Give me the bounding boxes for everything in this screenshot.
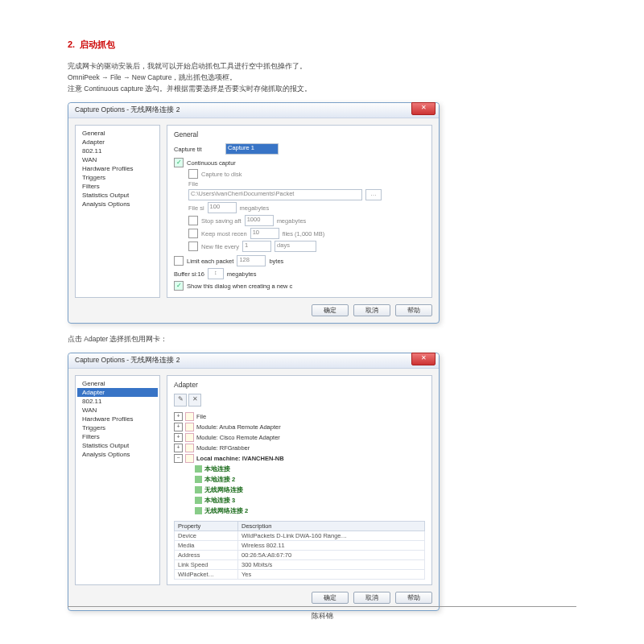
sidebar-item-general[interactable]: General [77,379,158,388]
tree-adapter-3[interactable]: 无线网络连接 [204,485,243,495]
tree-module-cisco[interactable]: Module: Cisco Remote Adapter [196,432,280,443]
sidebar-item-triggers[interactable]: Triggers [77,173,158,182]
sidebar-item-filters[interactable]: Filters [77,432,158,441]
limit-label: Limit each packet [187,258,233,265]
sidebar-item-hw-profiles[interactable]: Hardware Profiles [77,415,158,423]
tree-adapter-5[interactable]: 无线网络连接 2 [204,506,248,516]
sidebar-item-general[interactable]: General [77,129,158,138]
prop-media-val: Wireless 802.11 [238,541,425,551]
sidebar-item-adapter[interactable]: Adapter [77,388,158,397]
mid-paragraph: 点击 Adapter 选择抓包用网卡： [68,335,576,345]
prop-header-description: Description [238,522,425,531]
limit-input[interactable]: 128 [237,255,266,266]
cancel-button[interactable]: 取消 [353,304,390,316]
adapter-icon [195,465,202,473]
sidebar-item-triggers[interactable]: Triggers [77,423,158,432]
section-heading: 2.启动抓包 [68,39,576,51]
title-text: Capture Options - 无线网络连接 2 [68,105,180,115]
sidebar-item-80211[interactable]: 802.11 [77,147,158,155]
capture-options-dialog-adapter: Capture Options - 无线网络连接 2 ✕ General Ada… [68,353,440,611]
expand-icon[interactable]: + [174,423,183,431]
help-button[interactable]: 帮助 [395,592,432,604]
sidebar-item-stats[interactable]: Statistics Output [77,191,158,200]
help-button[interactable]: 帮助 [395,304,432,316]
sidebar-item-wan[interactable]: WAN [77,406,158,415]
panel-title: General [174,130,425,138]
sidebar-item-analysis[interactable]: Analysis Options [77,200,158,208]
title-text: Capture Options - 无线网络连接 2 [68,356,180,365]
sidebar-item-stats[interactable]: Statistics Output [77,441,158,450]
expand-icon[interactable]: + [174,433,183,442]
close-button[interactable]: ✕ [411,102,436,115]
keep-label: Keep most recen [201,230,247,237]
keep-checkbox[interactable] [188,229,198,238]
expand-icon[interactable]: + [174,444,183,452]
sidebar-item-filters[interactable]: Filters [77,182,158,191]
delete-icon[interactable]: ✕ [188,394,201,407]
file-icon [185,412,194,421]
newfile-input[interactable]: 1 [242,241,271,252]
sidebar-item-analysis[interactable]: Analysis Options [77,450,158,459]
prop-linkspeed-key: Link Speed [175,560,238,570]
module-icon [185,433,194,442]
tree-adapter-2[interactable]: 本地连接 2 [204,474,235,485]
newfile-label: New file every [201,243,239,250]
tree-local-machine[interactable]: Local machine: IVANCHEN-NB [196,453,284,464]
machine-icon [185,454,194,463]
close-button[interactable]: ✕ [411,353,436,365]
options-sidebar: General Adapter 802.11 WAN Hardware Prof… [75,375,160,585]
capture-title-input[interactable]: Capture 1 [225,143,279,155]
capture-to-disk-checkbox[interactable] [188,169,198,179]
ok-button[interactable]: 确定 [312,592,349,604]
module-icon [185,423,194,431]
sidebar-item-adapter[interactable]: Adapter [77,138,158,147]
show-dialog-checkbox[interactable] [174,281,184,291]
file-size-input[interactable]: 100 [208,202,237,213]
general-panel: General Capture tit Capture 1 Continuous… [167,125,432,298]
stop-unit: megabytes [277,217,307,225]
newfile-unit-select[interactable]: days [275,241,316,252]
tree-module-rfgrabber[interactable]: Module: RFGrabber [196,443,250,453]
intro-line-2: OmniPeek → File → New Capture，跳出抓包选项框。 [68,73,576,83]
sidebar-item-wan[interactable]: WAN [77,155,158,164]
prop-media-key: Media [175,541,238,551]
edit-icon[interactable]: ✎ [174,394,187,407]
prop-header-property: Property [175,522,238,531]
limit-unit: bytes [269,258,283,265]
file-size-label: File si [188,204,204,212]
file-browse-button[interactable]: … [365,189,382,200]
limit-checkbox[interactable] [174,256,184,266]
prop-device-val: WildPackets D-Link DWA-160 Range… [238,531,425,541]
capture-title-label: Capture tit [174,146,222,153]
stop-checkbox[interactable] [188,216,198,225]
panel-title: Adapter [174,381,425,389]
stop-label: Stop saving aft [201,217,242,225]
sidebar-item-80211[interactable]: 802.11 [77,397,158,406]
adapter-properties-table: PropertyDescription DeviceWildPackets D-… [174,521,425,580]
tree-file[interactable]: File [196,411,206,422]
sidebar-item-hw-profiles[interactable]: Hardware Profiles [77,164,158,173]
title-bar: Capture Options - 无线网络连接 2 ✕ [68,353,439,369]
file-size-unit: megabytes [240,204,270,212]
show-dialog-label: Show this dialog when creating a new c [187,283,292,290]
ok-button[interactable]: 确定 [312,304,349,316]
adapter-icon [195,497,202,504]
continuous-checkbox[interactable] [174,158,184,167]
tree-adapter-1[interactable]: 本地连接 [204,464,230,474]
keep-unit: files (1,000 MB) [283,230,325,237]
prop-address-key: Address [175,551,238,560]
expand-icon[interactable]: + [174,412,183,421]
tree-adapter-4[interactable]: 本地连接 3 [204,495,235,506]
prop-device-key: Device [175,531,238,541]
newfile-checkbox[interactable] [188,242,198,251]
file-label: File [188,180,198,188]
keep-input[interactable]: 10 [250,228,279,239]
buffer-spinner[interactable]: ↕ [208,268,224,279]
collapse-icon[interactable]: − [174,454,183,463]
capture-options-dialog-general: Capture Options - 无线网络连接 2 ✕ General Ada… [68,102,440,324]
file-path-input[interactable]: C:\Users\IvanChen\Documents\Packet [188,189,362,200]
cancel-button[interactable]: 取消 [353,592,390,604]
buffer-unit: megabytes [227,270,257,278]
stop-input[interactable]: 1000 [245,215,274,226]
tree-module-aruba[interactable]: Module: Aruba Remote Adapter [196,422,281,432]
